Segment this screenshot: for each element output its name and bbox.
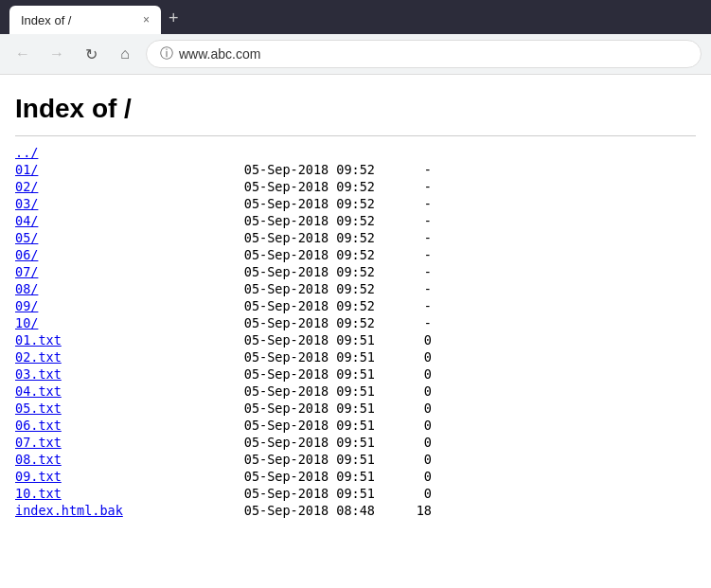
forward-button[interactable]: →: [44, 41, 70, 67]
list-item: 03.txt05-Sep-2018 09:510: [15, 365, 696, 383]
list-item: 09.txt05-Sep-2018 09:510: [15, 468, 696, 485]
address-url: www.abc.com: [179, 46, 260, 62]
list-item: 08.txt05-Sep-2018 09:510: [15, 451, 696, 468]
file-link[interactable]: 01.txt: [15, 332, 204, 347]
file-link[interactable]: 03/: [15, 196, 204, 211]
list-item: 01/05-Sep-2018 09:52-: [15, 161, 696, 178]
file-size: -: [394, 247, 432, 262]
file-date: 05-Sep-2018 09:51: [204, 401, 394, 416]
address-bar-row: ← → ↻ ⌂ ⓘ www.abc.com: [0, 34, 711, 75]
file-link[interactable]: 04.txt: [15, 383, 204, 399]
file-size: 0: [394, 366, 432, 382]
list-item: 05.txt05-Sep-2018 09:510: [15, 400, 696, 417]
list-item: 02.txt05-Sep-2018 09:510: [15, 348, 696, 365]
file-size: 18: [394, 503, 432, 518]
file-size: -: [394, 179, 432, 194]
file-link[interactable]: 07.txt: [15, 435, 204, 450]
list-item: ../: [15, 144, 696, 161]
list-item: 05/05-Sep-2018 09:52-: [15, 229, 696, 246]
file-link[interactable]: index.html.bak: [15, 503, 204, 518]
file-link[interactable]: 08.txt: [15, 452, 204, 467]
file-date: 05-Sep-2018 09:51: [204, 366, 394, 382]
file-size: 0: [394, 401, 432, 416]
list-item: 10.txt05-Sep-2018 09:510: [15, 485, 696, 502]
file-link[interactable]: 10.txt: [15, 486, 204, 501]
file-size: 0: [394, 418, 432, 433]
list-item: 03/05-Sep-2018 09:52-: [15, 195, 696, 212]
file-link[interactable]: 06.txt: [15, 418, 204, 433]
list-item: 04.txt05-Sep-2018 09:510: [15, 383, 696, 400]
list-item: index.html.bak05-Sep-2018 08:4818: [15, 502, 696, 519]
file-link[interactable]: 03.txt: [15, 366, 204, 382]
home-button[interactable]: ⌂: [112, 41, 138, 67]
list-item: 01.txt05-Sep-2018 09:510: [15, 331, 696, 348]
file-date: 05-Sep-2018 09:51: [204, 452, 394, 467]
address-field[interactable]: ⓘ www.abc.com: [146, 40, 702, 68]
divider: [15, 135, 696, 136]
file-date: 05-Sep-2018 09:51: [204, 383, 394, 399]
file-date: 05-Sep-2018 09:52: [204, 298, 394, 313]
list-item: 07.txt05-Sep-2018 09:510: [15, 434, 696, 451]
file-link[interactable]: 09/: [15, 298, 204, 313]
file-date: 05-Sep-2018 09:51: [204, 332, 394, 347]
list-item: 07/05-Sep-2018 09:52-: [15, 263, 696, 280]
file-size: -: [394, 230, 432, 245]
file-size: 0: [394, 452, 432, 467]
file-size: -: [394, 196, 432, 211]
file-link[interactable]: 05/: [15, 230, 204, 245]
page-title: Index of /: [15, 94, 696, 124]
file-link[interactable]: 02.txt: [15, 349, 204, 365]
file-link[interactable]: 02/: [15, 179, 204, 194]
file-date: 05-Sep-2018 09:52: [204, 264, 394, 279]
file-link[interactable]: 09.txt: [15, 469, 204, 484]
list-item: 09/05-Sep-2018 09:52-: [15, 297, 696, 314]
file-link[interactable]: 05.txt: [15, 401, 204, 416]
file-link[interactable]: 06/: [15, 247, 204, 262]
file-date: 05-Sep-2018 09:51: [204, 418, 394, 433]
file-date: 05-Sep-2018 08:48: [204, 503, 394, 518]
browser-chrome: Index of / × +: [0, 0, 711, 34]
file-date: 05-Sep-2018 09:52: [204, 230, 394, 245]
file-link[interactable]: 07/: [15, 264, 204, 279]
list-item: 10/05-Sep-2018 09:52-: [15, 314, 696, 331]
file-date: 05-Sep-2018 09:52: [204, 179, 394, 194]
file-date: 05-Sep-2018 09:51: [204, 486, 394, 501]
file-link[interactable]: 10/: [15, 315, 204, 330]
reload-button[interactable]: ↻: [78, 41, 104, 67]
file-link[interactable]: ../: [15, 145, 204, 160]
list-item: 06/05-Sep-2018 09:52-: [15, 246, 696, 263]
new-tab-button[interactable]: +: [165, 9, 179, 34]
file-link[interactable]: 08/: [15, 281, 204, 296]
file-date: 05-Sep-2018 09:52: [204, 247, 394, 262]
file-size: -: [394, 264, 432, 279]
file-date: 05-Sep-2018 09:51: [204, 349, 394, 365]
file-size: 0: [394, 486, 432, 501]
page-content: Index of / ../01/05-Sep-2018 09:52-02/05…: [0, 75, 711, 538]
list-item: 06.txt05-Sep-2018 09:510: [15, 417, 696, 434]
file-date: 05-Sep-2018 09:52: [204, 162, 394, 177]
file-size: -: [394, 281, 432, 296]
file-size: 0: [394, 332, 432, 347]
file-list: ../01/05-Sep-2018 09:52-02/05-Sep-2018 0…: [15, 144, 696, 519]
file-date: 05-Sep-2018 09:52: [204, 315, 394, 330]
file-date: 05-Sep-2018 09:51: [204, 469, 394, 484]
file-date: 05-Sep-2018 09:52: [204, 213, 394, 228]
file-link[interactable]: 04/: [15, 213, 204, 228]
list-item: 02/05-Sep-2018 09:52-: [15, 178, 696, 195]
back-button[interactable]: ←: [9, 41, 36, 67]
info-icon: ⓘ: [160, 45, 173, 62]
list-item: 08/05-Sep-2018 09:52-: [15, 280, 696, 297]
file-size: 0: [394, 469, 432, 484]
file-size: -: [394, 315, 432, 330]
file-date: 05-Sep-2018 09:52: [204, 281, 394, 296]
file-size: 0: [394, 349, 432, 365]
tab-close-button[interactable]: ×: [143, 13, 150, 27]
file-size: 0: [394, 383, 432, 399]
file-date: 05-Sep-2018 09:52: [204, 196, 394, 211]
browser-tab[interactable]: Index of / ×: [9, 6, 161, 34]
file-size: -: [394, 213, 432, 228]
file-size: -: [394, 298, 432, 313]
file-date: 05-Sep-2018 09:51: [204, 435, 394, 450]
file-link[interactable]: 01/: [15, 162, 204, 177]
file-size: 0: [394, 435, 432, 450]
